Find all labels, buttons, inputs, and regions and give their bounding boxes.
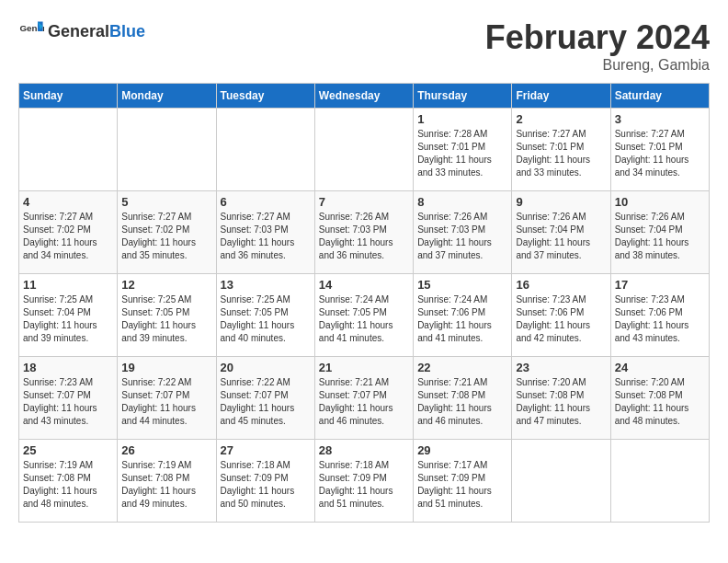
- calendar-cell: 6Sunrise: 7:27 AM Sunset: 7:03 PM Daylig…: [216, 191, 314, 274]
- calendar-cell: 4Sunrise: 7:27 AM Sunset: 7:02 PM Daylig…: [19, 191, 118, 274]
- calendar-cell: 20Sunrise: 7:22 AM Sunset: 7:07 PM Dayli…: [216, 357, 314, 440]
- day-number: 8: [417, 195, 507, 209]
- day-info: Sunrise: 7:24 AM Sunset: 7:05 PM Dayligh…: [319, 293, 409, 345]
- calendar-cell: [19, 109, 118, 191]
- day-number: 2: [516, 112, 606, 126]
- week-row-4: 25Sunrise: 7:19 AM Sunset: 7:08 PM Dayli…: [19, 440, 710, 523]
- calendar-cell: 8Sunrise: 7:26 AM Sunset: 7:03 PM Daylig…: [414, 191, 512, 274]
- logo-general-text: General: [48, 22, 109, 40]
- day-number: 29: [417, 443, 507, 457]
- day-number: 20: [221, 361, 311, 374]
- day-info: Sunrise: 7:21 AM Sunset: 7:07 PM Dayligh…: [319, 376, 409, 428]
- day-info: Sunrise: 7:24 AM Sunset: 7:06 PM Dayligh…: [417, 293, 507, 345]
- day-info: Sunrise: 7:26 AM Sunset: 7:03 PM Dayligh…: [417, 211, 507, 262]
- day-info: Sunrise: 7:18 AM Sunset: 7:09 PM Dayligh…: [319, 459, 409, 511]
- day-number: 25: [23, 443, 113, 457]
- day-header-saturday: Saturday: [610, 84, 709, 109]
- logo: General GeneralBlue: [18, 18, 145, 44]
- day-number: 22: [417, 361, 507, 374]
- calendar-cell: [512, 440, 610, 523]
- day-number: 1: [417, 112, 507, 126]
- calendar-cell: 1Sunrise: 7:28 AM Sunset: 7:01 PM Daylig…: [414, 109, 512, 191]
- calendar-cell: [216, 109, 314, 191]
- calendar-cell: 9Sunrise: 7:26 AM Sunset: 7:04 PM Daylig…: [512, 191, 610, 274]
- day-info: Sunrise: 7:23 AM Sunset: 7:07 PM Dayligh…: [23, 376, 113, 428]
- week-row-1: 4Sunrise: 7:27 AM Sunset: 7:02 PM Daylig…: [19, 191, 710, 274]
- calendar-body: 1Sunrise: 7:28 AM Sunset: 7:01 PM Daylig…: [19, 109, 710, 523]
- logo-icon: General: [18, 18, 44, 44]
- month-year-title: February 2024: [485, 18, 710, 57]
- calendar-cell: 19Sunrise: 7:22 AM Sunset: 7:07 PM Dayli…: [118, 357, 216, 440]
- day-number: 18: [23, 361, 113, 374]
- day-number: 27: [221, 443, 311, 457]
- logo-blue-text: Blue: [109, 22, 145, 40]
- day-info: Sunrise: 7:27 AM Sunset: 7:03 PM Dayligh…: [221, 211, 311, 262]
- day-header-sunday: Sunday: [19, 84, 118, 109]
- day-info: Sunrise: 7:23 AM Sunset: 7:06 PM Dayligh…: [516, 293, 606, 345]
- day-number: 7: [319, 195, 409, 209]
- day-number: 15: [417, 278, 507, 292]
- day-number: 13: [221, 278, 311, 292]
- day-number: 14: [319, 278, 409, 292]
- week-row-0: 1Sunrise: 7:28 AM Sunset: 7:01 PM Daylig…: [19, 109, 710, 191]
- calendar-header: SundayMondayTuesdayWednesdayThursdayFrid…: [19, 84, 710, 109]
- day-info: Sunrise: 7:27 AM Sunset: 7:01 PM Dayligh…: [516, 128, 606, 179]
- day-number: 3: [615, 112, 705, 126]
- day-info: Sunrise: 7:27 AM Sunset: 7:01 PM Dayligh…: [615, 128, 705, 179]
- day-info: Sunrise: 7:25 AM Sunset: 7:05 PM Dayligh…: [121, 293, 211, 345]
- day-info: Sunrise: 7:25 AM Sunset: 7:05 PM Dayligh…: [221, 293, 311, 345]
- day-number: 4: [23, 195, 113, 209]
- day-number: 5: [121, 195, 211, 209]
- day-info: Sunrise: 7:21 AM Sunset: 7:08 PM Dayligh…: [417, 376, 507, 428]
- page-header: General GeneralBlue February 2024 Bureng…: [18, 18, 710, 74]
- day-info: Sunrise: 7:26 AM Sunset: 7:03 PM Dayligh…: [319, 211, 409, 262]
- day-info: Sunrise: 7:22 AM Sunset: 7:07 PM Dayligh…: [221, 376, 311, 428]
- day-number: 11: [23, 278, 113, 292]
- day-info: Sunrise: 7:25 AM Sunset: 7:04 PM Dayligh…: [23, 293, 113, 345]
- calendar-cell: [314, 109, 413, 191]
- day-info: Sunrise: 7:27 AM Sunset: 7:02 PM Dayligh…: [121, 211, 211, 262]
- day-info: Sunrise: 7:27 AM Sunset: 7:02 PM Dayligh…: [23, 211, 113, 262]
- day-header-tuesday: Tuesday: [216, 84, 314, 109]
- day-number: 19: [121, 361, 211, 374]
- calendar-cell: 14Sunrise: 7:24 AM Sunset: 7:05 PM Dayli…: [314, 274, 413, 357]
- day-number: 23: [516, 361, 606, 374]
- calendar-cell: 5Sunrise: 7:27 AM Sunset: 7:02 PM Daylig…: [118, 191, 216, 274]
- day-info: Sunrise: 7:23 AM Sunset: 7:06 PM Dayligh…: [615, 293, 705, 345]
- day-info: Sunrise: 7:18 AM Sunset: 7:09 PM Dayligh…: [221, 459, 311, 511]
- calendar-cell: 29Sunrise: 7:17 AM Sunset: 7:09 PM Dayli…: [414, 440, 512, 523]
- calendar-cell: 28Sunrise: 7:18 AM Sunset: 7:09 PM Dayli…: [314, 440, 413, 523]
- day-number: 17: [615, 278, 705, 292]
- day-number: 6: [221, 195, 311, 209]
- calendar-cell: 12Sunrise: 7:25 AM Sunset: 7:05 PM Dayli…: [118, 274, 216, 357]
- day-number: 10: [615, 195, 705, 209]
- calendar-cell: 24Sunrise: 7:20 AM Sunset: 7:08 PM Dayli…: [610, 357, 709, 440]
- calendar-cell: 18Sunrise: 7:23 AM Sunset: 7:07 PM Dayli…: [19, 357, 118, 440]
- calendar-cell: 27Sunrise: 7:18 AM Sunset: 7:09 PM Dayli…: [216, 440, 314, 523]
- day-info: Sunrise: 7:22 AM Sunset: 7:07 PM Dayligh…: [121, 376, 211, 428]
- calendar-cell: 22Sunrise: 7:21 AM Sunset: 7:08 PM Dayli…: [414, 357, 512, 440]
- title-block: February 2024 Bureng, Gambia: [485, 18, 710, 74]
- calendar-cell: 23Sunrise: 7:20 AM Sunset: 7:08 PM Dayli…: [512, 357, 610, 440]
- calendar-cell: 13Sunrise: 7:25 AM Sunset: 7:05 PM Dayli…: [216, 274, 314, 357]
- day-info: Sunrise: 7:19 AM Sunset: 7:08 PM Dayligh…: [121, 459, 211, 511]
- day-header-monday: Monday: [118, 84, 216, 109]
- calendar-cell: [610, 440, 709, 523]
- day-number: 12: [121, 278, 211, 292]
- calendar-cell: 15Sunrise: 7:24 AM Sunset: 7:06 PM Dayli…: [414, 274, 512, 357]
- day-number: 21: [319, 361, 409, 374]
- day-number: 24: [615, 361, 705, 374]
- day-header-thursday: Thursday: [414, 84, 512, 109]
- day-headers-row: SundayMondayTuesdayWednesdayThursdayFrid…: [19, 84, 710, 109]
- calendar-cell: [118, 109, 216, 191]
- week-row-3: 18Sunrise: 7:23 AM Sunset: 7:07 PM Dayli…: [19, 357, 710, 440]
- day-info: Sunrise: 7:19 AM Sunset: 7:08 PM Dayligh…: [23, 459, 113, 511]
- week-row-2: 11Sunrise: 7:25 AM Sunset: 7:04 PM Dayli…: [19, 274, 710, 357]
- day-info: Sunrise: 7:26 AM Sunset: 7:04 PM Dayligh…: [516, 211, 606, 262]
- calendar-cell: 2Sunrise: 7:27 AM Sunset: 7:01 PM Daylig…: [512, 109, 610, 191]
- calendar-cell: 3Sunrise: 7:27 AM Sunset: 7:01 PM Daylig…: [610, 109, 709, 191]
- day-info: Sunrise: 7:20 AM Sunset: 7:08 PM Dayligh…: [615, 376, 705, 428]
- day-number: 9: [516, 195, 606, 209]
- day-info: Sunrise: 7:20 AM Sunset: 7:08 PM Dayligh…: [516, 376, 606, 428]
- day-info: Sunrise: 7:17 AM Sunset: 7:09 PM Dayligh…: [417, 459, 507, 511]
